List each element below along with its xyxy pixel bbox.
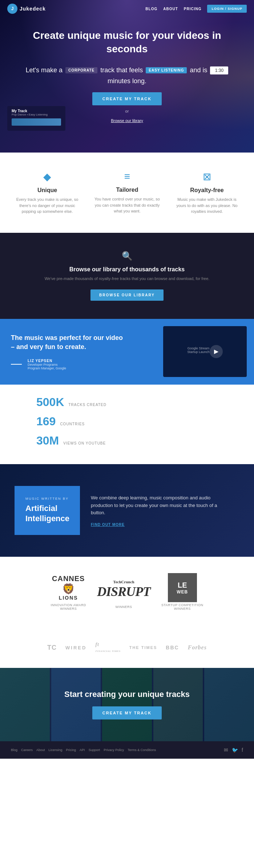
press-logos: TC WIRED ftFINANCIAL TIMES THE TIMES BBC…: [11, 642, 243, 653]
footer-privacy[interactable]: Privacy Policy: [104, 748, 124, 752]
feature-unique: ◆ Unique Every track you make is unique,…: [15, 171, 80, 215]
feature-royalty-desc: Music you make with Jukedeck is yours to…: [174, 196, 239, 215]
find-out-more-link[interactable]: FIND OUT MORE: [91, 523, 229, 527]
feature-tailored-title: Tailored: [94, 187, 160, 193]
ai-blue-box: MUSIC WRITTEN BY Artificial Intelligence: [15, 486, 80, 535]
footer-api[interactable]: API: [80, 748, 85, 752]
testimonial-author-company: Program Manager, Google: [28, 366, 66, 370]
footer-licensing[interactable]: Licensing: [49, 748, 63, 752]
cannes-top-text: CANNES: [52, 575, 85, 583]
awards-logos: CANNES 🦁 LIONS INNOVATION AWARDWINNERS T…: [11, 575, 243, 611]
logo[interactable]: J Jukedeck: [7, 4, 46, 14]
stat-tracks: 500K TRACKS CREATED: [36, 396, 239, 409]
hero-mood-badge[interactable]: EASY LISTENING: [146, 67, 187, 73]
stat-tracks-number: 500K: [36, 396, 64, 409]
nav-about[interactable]: ABOUT: [163, 7, 178, 11]
hero-mid: track that feels: [100, 66, 143, 74]
press-forbes: Forbes: [188, 644, 207, 651]
library-title: Browse our library of thousands of track…: [15, 266, 239, 273]
award-techcrunch: TechCrunch DISRUPT WINNERS: [97, 577, 150, 609]
hero-genre-badge[interactable]: CORPORATE: [65, 67, 97, 73]
footer-pricing[interactable]: Pricing: [66, 748, 76, 752]
testimonial-author-name: LIZ YEPSEN: [28, 359, 66, 363]
track-card-subtitle: Pop Dance • Easy Listening: [12, 113, 61, 116]
stat-countries: 169 COUNTRIES: [36, 415, 239, 428]
feature-unique-title: Unique: [15, 187, 80, 194]
nav-links: BLOG ABOUT PRICING LOGIN / SIGNUP: [145, 5, 247, 13]
stats-section: 500K TRACKS CREATED 169 COUNTRIES 30M VI…: [0, 385, 254, 464]
hero-duration-input[interactable]: 1:30: [210, 66, 228, 74]
footer-social: ✉ 🐦 f: [224, 747, 243, 753]
stat-countries-number: 169: [36, 415, 56, 428]
feature-royalty-title: Royalty-free: [174, 187, 239, 194]
feature-tailored: ≡ Tailored You have control over your mu…: [94, 171, 160, 215]
play-button[interactable]: ▶: [210, 345, 223, 358]
ai-description: We combine deep learning, music composit…: [91, 494, 229, 517]
ai-content-area: We combine deep learning, music composit…: [80, 486, 239, 535]
techcrunch-top: TechCrunch: [97, 580, 150, 584]
testimonial-author-block: LIZ YEPSEN Developer Programs Program Ma…: [28, 359, 66, 370]
library-desc: We've pre-made thousands of royalty-free…: [15, 276, 239, 281]
testimonial-section: The music was perfect for our video – an…: [0, 319, 254, 385]
hero-track-maker: Let's make a CORPORATE track that feels …: [0, 66, 254, 85]
press-ft: ftFINANCIAL TIMES: [95, 642, 120, 653]
press-bbc: BBC: [166, 645, 179, 650]
testimonial-divider: [11, 364, 22, 365]
footer-hero-content: Start creating your unique tracks CREATE…: [15, 690, 239, 719]
cannes-bottom-text: LIONS: [59, 595, 78, 601]
footer-about[interactable]: About: [36, 748, 45, 752]
footer-links: Blog Careers About Licensing Pricing API…: [11, 748, 156, 752]
testimonial-layout: The music was perfect for our video – an…: [0, 319, 254, 385]
library-section: 🔍 Browse our library of thousands of tra…: [0, 233, 254, 319]
techcrunch-logo: TechCrunch DISRUPT: [97, 577, 150, 602]
unique-icon: ◆: [15, 171, 80, 183]
disrupt-text: DISRUPT: [97, 584, 150, 599]
footer-hero-title: Start creating your unique tracks: [15, 690, 239, 699]
login-signup-button[interactable]: LOGIN / SIGNUP: [207, 5, 247, 13]
create-track-button[interactable]: CREATE MY TRACK: [92, 92, 162, 105]
cannes-lion-icon: 🦁: [62, 583, 75, 595]
twitter-icon[interactable]: 🐦: [232, 747, 238, 753]
testimonial-video-thumbnail[interactable]: Google StreamStartup Launch ▶: [163, 326, 247, 377]
footer-blog[interactable]: Blog: [11, 748, 17, 752]
logo-text: Jukedeck: [20, 6, 46, 12]
track-card-waveform: [12, 118, 61, 126]
facebook-icon[interactable]: f: [242, 747, 243, 753]
leweb-web-text: WEB: [177, 589, 188, 595]
testimonial-video-area: Google StreamStartup Launch ▶: [140, 319, 254, 385]
footer-create-track-button[interactable]: CREATE MY TRACK: [92, 706, 162, 719]
ai-box-subtitle: MUSIC WRITTEN BY: [25, 497, 69, 500]
leweb-award-label: STARTUP COMPETITIONWINNERS: [161, 603, 203, 611]
nav-pricing[interactable]: PRICING: [184, 7, 202, 11]
hero-suffix-pre: and is: [190, 66, 207, 74]
site-footer: Blog Careers About Licensing Pricing API…: [0, 741, 254, 759]
hero-section: Create unique music for your videos in s…: [0, 0, 254, 153]
stat-views-number: 30M: [36, 434, 59, 447]
press-times: THE TIMES: [129, 645, 157, 650]
footer-terms[interactable]: Terms & Conditions: [128, 748, 156, 752]
browse-library-link[interactable]: Browse our library: [111, 118, 143, 123]
navbar: J Jukedeck BLOG ABOUT PRICING LOGIN / SI…: [0, 0, 254, 17]
stat-views-label: VIEWS ON YOUTUBE: [63, 441, 106, 445]
footer-careers[interactable]: Careers: [21, 748, 33, 752]
leweb-logo: LE WEB: [161, 575, 203, 600]
ai-box-title: Artificial Intelligence: [25, 503, 69, 524]
search-icon: 🔍: [15, 251, 239, 261]
award-cannes: CANNES 🦁 LIONS INNOVATION AWARDWINNERS: [51, 575, 86, 611]
hero-track-card: My Track Pop Dance • Easy Listening: [7, 106, 65, 131]
press-wired: WIRED: [65, 645, 86, 650]
footer-hero-section: Start creating your unique tracks CREATE…: [0, 668, 254, 741]
browse-library-button[interactable]: BROWSE OUR LIBRARY: [90, 289, 164, 301]
stat-countries-label: COUNTRIES: [60, 422, 85, 426]
hero-prefix: Let's make a: [26, 66, 63, 74]
feature-unique-desc: Every track you make is unique, so there…: [15, 196, 80, 215]
nav-blog[interactable]: BLOG: [145, 7, 157, 11]
hero-title: Create unique music for your videos in s…: [0, 29, 254, 56]
awards-section: CANNES 🦁 LIONS INNOVATION AWARDWINNERS T…: [0, 557, 254, 634]
email-icon[interactable]: ✉: [224, 747, 228, 753]
feature-royalty-free: ⊠ Royalty-free Music you make with Juked…: [174, 171, 239, 215]
footer-support[interactable]: Support: [89, 748, 100, 752]
stat-tracks-label: TRACKS CREATED: [69, 403, 106, 407]
track-card-title: My Track: [12, 109, 61, 113]
cannes-award-label: INNOVATION AWARDWINNERS: [51, 603, 86, 611]
